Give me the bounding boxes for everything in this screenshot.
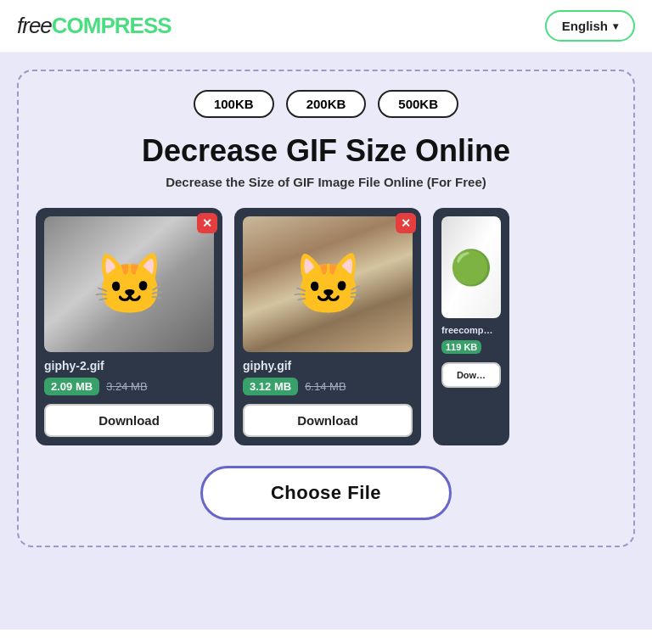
language-label: English [562,19,608,33]
choose-file-wrap: Choose File [36,466,616,520]
file-name-3: freecomp… [441,325,501,335]
file-size-old-2: 6.14 MB [305,380,346,393]
close-button-2[interactable]: ✕ [396,213,416,233]
chevron-down-icon: ▾ [613,20,618,32]
file-card-1: ✕ giphy-2.gif 2.09 MB 3.24 MB Download [36,208,222,445]
file-size-new-1: 2.09 MB [44,378,99,395]
file-thumbnail-2 [243,216,413,352]
file-name-2: giphy.gif [243,359,413,372]
download-button-2[interactable]: Download [243,404,413,437]
download-button-1[interactable]: Download [44,404,214,437]
logo-free: free [17,13,52,38]
file-card-2: ✕ giphy.gif 3.12 MB 6.14 MB Download [234,208,421,445]
size-preset-100kb[interactable]: 100KB [194,90,274,118]
header: freeCOMPRESS English ▾ [0,0,652,53]
files-row: ✕ giphy-2.gif 2.09 MB 3.24 MB Download ✕… [36,208,616,445]
file-name-1: giphy-2.gif [44,359,214,372]
close-button-1[interactable]: ✕ [197,213,217,233]
file-sizes-1: 2.09 MB 3.24 MB [44,378,214,395]
upload-card: 100KB 200KB 500KB Decrease GIF Size Onli… [17,70,635,547]
file-size-new-3: 119 KB [441,340,481,354]
main-area: 100KB 200KB 500KB Decrease GIF Size Onli… [0,53,652,630]
language-button[interactable]: English ▾ [545,10,635,42]
choose-file-button[interactable]: Choose File [200,466,452,520]
page-title: Decrease GIF Size Online [36,133,616,168]
size-presets-row: 100KB 200KB 500KB [36,90,616,118]
download-button-3[interactable]: Dow… [441,362,501,388]
file-thumbnail-3 [441,216,501,318]
file-sizes-3: 119 KB [441,340,501,354]
size-preset-200kb[interactable]: 200KB [286,90,367,118]
size-preset-500kb[interactable]: 500KB [378,90,458,118]
logo-compress: COMPRESS [52,13,171,38]
file-card-3: freecomp… 119 KB Dow… [433,208,509,445]
file-sizes-2: 3.12 MB 6.14 MB [243,378,413,395]
page-subtitle: Decrease the Size of GIF Image File Onli… [36,175,616,189]
file-size-new-2: 3.12 MB [243,378,298,395]
file-size-old-1: 3.24 MB [106,380,147,393]
logo: freeCOMPRESS [17,13,171,39]
file-thumbnail-1 [44,216,214,352]
